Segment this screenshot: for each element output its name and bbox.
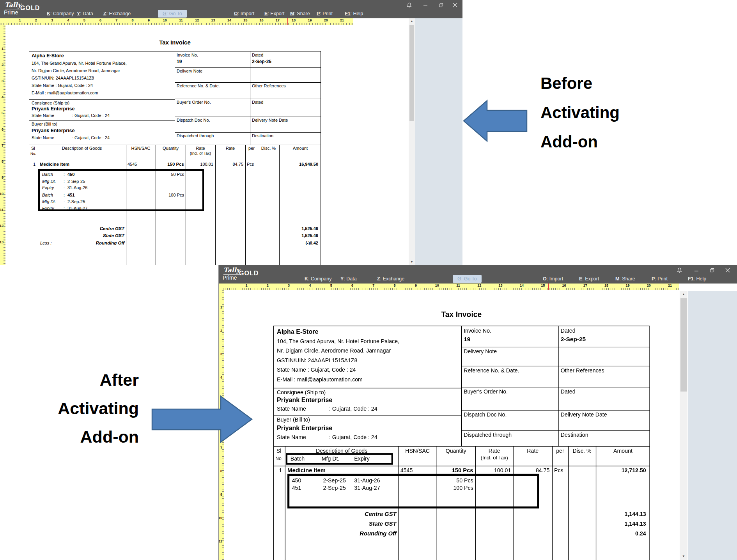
ruler-number: 4 — [220, 376, 222, 379]
ruler-number: 16 — [259, 18, 263, 22]
menu-item-o[interactable]: O: Import — [543, 276, 563, 282]
item-amount: 12,712.50 — [596, 467, 646, 473]
col-description: Description of Goods — [38, 146, 126, 151]
dated-value: 2-Sep-25 — [561, 336, 586, 343]
minimize-button[interactable] — [693, 267, 700, 273]
consignee-label: Consignee (Ship to) — [277, 390, 326, 395]
menu-item-o[interactable]: O: Import — [234, 11, 254, 16]
ruler-number: 16 — [562, 284, 566, 287]
item-per: Pcs — [247, 162, 254, 167]
seller-email: E-Mail : mail@aaplautomation.com — [277, 376, 363, 382]
close-button[interactable] — [724, 267, 731, 273]
scroll-down-icon[interactable]: ▼ — [409, 259, 415, 265]
before-line-1: Before — [540, 69, 620, 98]
tax-line-1-value: 1,144.13 — [579, 511, 646, 517]
ruler-number: 18 — [604, 284, 608, 287]
item-rate-incl: 100.01 — [186, 162, 213, 167]
ruler-number: 13 — [0, 240, 4, 244]
buyers-order-label: Buyer's Order No. — [177, 100, 211, 105]
menu-item-e[interactable]: E: Export — [264, 11, 284, 16]
batch1-label: Batch — [42, 172, 53, 177]
ruler-number: 9 — [2, 175, 4, 179]
col-quantity: Quantity — [437, 448, 475, 454]
menu-item-p[interactable]: P: Print — [652, 276, 668, 282]
notification-bell-icon[interactable] — [676, 267, 683, 273]
ruler-number: 19 — [625, 284, 629, 287]
ruler-number: 9 — [220, 493, 222, 496]
delivery-note-date-label: Delivery Note Date — [561, 411, 607, 417]
ruler-number: 4 — [2, 95, 4, 99]
ruler-number: 12 — [477, 284, 481, 287]
scrollbar-thumb[interactable] — [409, 25, 414, 121]
menu-item-y[interactable]: Y: Data — [340, 276, 357, 282]
vertical-scrollbar[interactable]: ▲ ▼ — [409, 18, 415, 265]
menu-item-z[interactable]: Z: Exchange — [377, 276, 404, 282]
dispatched-through-label: Dispatched through — [177, 133, 214, 138]
tax-line-3-label: Rounding Off — [274, 530, 396, 536]
ruler-number: 3 — [51, 18, 53, 22]
tax-line-1-label: Centra GST — [29, 226, 124, 231]
dated2-label: Dated — [252, 100, 263, 105]
ruler-number: 5 — [83, 18, 85, 22]
minimize-button[interactable] — [422, 2, 429, 8]
scroll-down-icon[interactable]: ▼ — [680, 554, 687, 559]
menu-item-p[interactable]: P: Print — [317, 11, 333, 16]
ruler-number: 1 — [245, 284, 247, 287]
buyer-state-label: State Name — [277, 434, 306, 440]
ruler-number: 19 — [308, 18, 312, 22]
item-name: Medicine Item — [40, 162, 69, 167]
invoice-grid: Alpha E-Store 104, The Grand Apurva, Nr.… — [29, 51, 321, 265]
menu-item-y[interactable]: Y: Data — [77, 11, 93, 16]
menu-item-z[interactable]: Z: Exchange — [103, 11, 131, 16]
notification-bell-icon[interactable] — [406, 2, 413, 8]
consignee-state-value: : Gujarat, Code : 24 — [329, 406, 377, 411]
item-qty: 150 Pcs — [156, 162, 184, 167]
vertical-scrollbar[interactable]: ▲ ▼ — [680, 291, 687, 560]
consignee-state-label: State Name — [32, 113, 54, 118]
scrollbar-thumb[interactable] — [680, 298, 687, 392]
tally-logo: Tally — [223, 266, 240, 275]
print-preview-page: Tax Invoice Alpha E-Store 104, The Grand… — [224, 290, 680, 560]
col-disc: Disc. % — [258, 146, 279, 151]
after-annotation: After Activating Add-on — [23, 366, 139, 451]
batch1-no: 450 — [67, 172, 74, 177]
invoice-title: Tax Invoice — [273, 310, 650, 319]
item-sl: 1 — [33, 162, 35, 167]
ruler-number: 1 — [220, 305, 222, 309]
ruler-margin-marker[interactable] — [287, 18, 288, 25]
item-rate: 84.75 — [215, 162, 243, 167]
tax-line-2-value: 1,525.46 — [266, 233, 318, 238]
menu-item-m[interactable]: M: Share — [290, 11, 310, 16]
ruler-margin-marker[interactable] — [548, 284, 549, 290]
menu-item-f1[interactable]: F1: Help — [688, 276, 706, 282]
col-rate-incl-2: (Incl. of Tax) — [186, 151, 215, 156]
ruler-number: 9 — [148, 18, 150, 22]
restore-button[interactable] — [709, 267, 716, 273]
buyers-order-label: Buyer's Order No. — [464, 388, 508, 394]
ruler-number: 6 — [99, 18, 101, 22]
ruler-number: 3 — [220, 352, 222, 356]
close-button[interactable] — [452, 2, 459, 8]
buyer-state-value: : Gujarat, Code : 24 — [329, 434, 377, 440]
menu-item-k[interactable]: K: Company — [305, 276, 331, 282]
menu-item-k[interactable]: K: Company — [47, 11, 74, 16]
menu-item-m[interactable]: M: Share — [615, 276, 635, 282]
batch2-qty: 100 Pcs — [437, 485, 473, 491]
batch1-qty: 50 Pcs — [437, 477, 473, 483]
ruler-number: 4 — [309, 284, 311, 287]
dated2-label: Dated — [561, 388, 576, 394]
after-line-2: Activating — [23, 394, 139, 423]
scroll-up-icon[interactable]: ▲ — [680, 292, 687, 297]
ruler-number: 8 — [132, 18, 134, 22]
menu-item-f1[interactable]: F1: Help — [345, 11, 363, 16]
subcol-mfg: Mfg Dt. — [322, 456, 340, 462]
menu-item-e[interactable]: E: Export — [579, 276, 599, 282]
scroll-up-icon[interactable]: ▲ — [409, 19, 415, 24]
after-arrow-right-icon — [151, 394, 253, 445]
colon: : — [64, 179, 65, 184]
ruler-number: 21 — [340, 18, 344, 22]
ruler-number: 15 — [541, 284, 545, 287]
ruler-number: 10 — [163, 18, 167, 22]
col-description: Description of Goods — [285, 448, 399, 454]
restore-button[interactable] — [438, 2, 445, 8]
